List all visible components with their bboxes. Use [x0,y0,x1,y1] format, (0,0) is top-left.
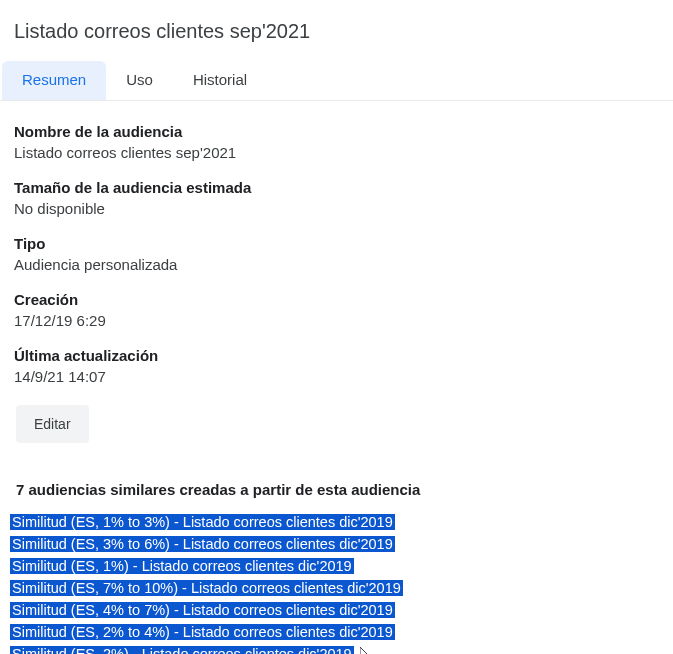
field-size-label: Tamaño de la audiencia estimada [14,179,673,196]
similar-audience-link[interactable]: Similitud (ES, 1% to 3%) - Listado corre… [10,512,673,533]
page-title: Listado correos clientes sep'2021 [12,16,673,61]
field-size: Tamaño de la audiencia estimada No dispo… [14,179,673,217]
similar-audience-text: Similitud (ES, 4% to 7%) - Listado corre… [10,602,395,618]
cursor-icon [360,647,372,654]
field-size-value: No disponible [14,200,673,217]
tab-resumen[interactable]: Resumen [2,61,106,100]
similar-audience-text: Similitud (ES, 3% to 6%) - Listado corre… [10,536,395,552]
tab-uso[interactable]: Uso [106,61,173,100]
summary-panel: Nombre de la audiencia Listado correos c… [12,101,673,654]
similar-audience-link[interactable]: Similitud (ES, 1%) - Listado correos cli… [10,556,673,577]
similar-audience-text: Similitud (ES, 2% to 4%) - Listado corre… [10,624,395,640]
similar-audience-link[interactable]: Similitud (ES, 7% to 10%) - Listado corr… [10,578,673,599]
field-updated: Última actualización 14/9/21 14:07 [14,347,673,385]
field-type-value: Audiencia personalizada [14,256,673,273]
similar-audience-link[interactable]: Similitud (ES, 2%) - Listado correos cli… [10,644,673,654]
tabs-bar: Resumen Uso Historial [0,61,673,101]
similar-audiences-heading: 7 audiencias similares creadas a partir … [16,481,673,498]
field-type: Tipo Audiencia personalizada [14,235,673,273]
field-type-label: Tipo [14,235,673,252]
similar-audience-text: Similitud (ES, 2%) - Listado correos cli… [10,646,354,654]
field-created-value: 17/12/19 6:29 [14,312,673,329]
field-updated-value: 14/9/21 14:07 [14,368,673,385]
similar-audience-link[interactable]: Similitud (ES, 2% to 4%) - Listado corre… [10,622,673,643]
similar-audiences-list: Similitud (ES, 1% to 3%) - Listado corre… [10,512,673,654]
field-name-value: Listado correos clientes sep'2021 [14,144,673,161]
edit-button[interactable]: Editar [16,405,89,443]
field-created: Creación 17/12/19 6:29 [14,291,673,329]
tab-historial[interactable]: Historial [173,61,267,100]
field-name: Nombre de la audiencia Listado correos c… [14,123,673,161]
similar-audience-text: Similitud (ES, 1% to 3%) - Listado corre… [10,514,395,530]
similar-audience-link[interactable]: Similitud (ES, 4% to 7%) - Listado corre… [10,600,673,621]
field-name-label: Nombre de la audiencia [14,123,673,140]
similar-audience-text: Similitud (ES, 7% to 10%) - Listado corr… [10,580,403,596]
similar-audience-link[interactable]: Similitud (ES, 3% to 6%) - Listado corre… [10,534,673,555]
similar-audience-text: Similitud (ES, 1%) - Listado correos cli… [10,558,354,574]
field-updated-label: Última actualización [14,347,673,364]
field-created-label: Creación [14,291,673,308]
